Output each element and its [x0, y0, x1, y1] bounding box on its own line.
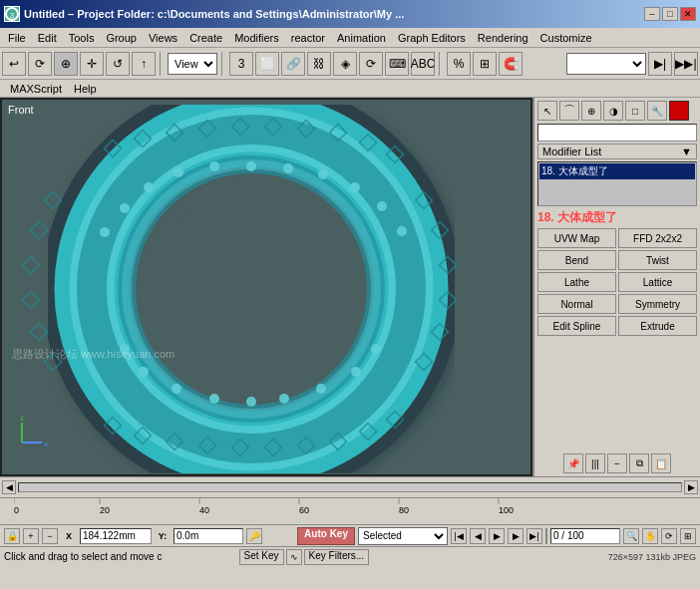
- pb-prev-frame[interactable]: ◀: [470, 528, 486, 544]
- frame-counter[interactable]: 0 / 100: [550, 528, 620, 544]
- sb-plus-icon[interactable]: +: [23, 528, 39, 544]
- timeline-track: ◀ ▶: [0, 477, 700, 497]
- object-name-input[interactable]: [537, 124, 697, 142]
- vp-maximize-icon[interactable]: ⊞: [680, 528, 696, 544]
- selection-filter-select[interactable]: Selected: [358, 527, 448, 545]
- rp-stack-icon[interactable]: |||: [585, 453, 605, 473]
- tb-key[interactable]: ⌨: [385, 52, 409, 76]
- menu-reactor[interactable]: reactor: [285, 31, 331, 45]
- lathe-button[interactable]: Lathe: [537, 272, 616, 292]
- svg-point-59: [152, 189, 351, 389]
- view-select[interactable]: View: [168, 53, 217, 75]
- menu-animation[interactable]: Animation: [331, 31, 392, 45]
- select-button[interactable]: ⊕: [54, 52, 78, 76]
- menu-help[interactable]: Help: [68, 82, 103, 96]
- selection-lock-button[interactable]: 🔒: [4, 528, 20, 544]
- bend-button[interactable]: Bend: [537, 250, 616, 270]
- menu-maxscript[interactable]: MAXScript: [4, 82, 68, 96]
- rp-motion-icon[interactable]: ◑: [603, 101, 623, 121]
- ruler-svg: [14, 498, 552, 514]
- rp-paste-icon[interactable]: 📋: [651, 453, 671, 473]
- tb-abc[interactable]: ABC: [411, 52, 435, 76]
- window-title: Untitled – Project Folder: c:\Documents …: [24, 8, 404, 20]
- rp-cursor-icon[interactable]: ↖: [537, 101, 557, 121]
- vp-arc-rotate-icon[interactable]: ⟳: [661, 528, 677, 544]
- menu-modifiers[interactable]: Modifiers: [228, 31, 285, 45]
- app-icon: 3: [4, 6, 20, 22]
- move-button[interactable]: ✛: [80, 52, 104, 76]
- set-key-button[interactable]: Set Key: [239, 549, 284, 565]
- menu-customize[interactable]: Customize: [534, 31, 598, 45]
- svg-point-45: [371, 344, 381, 354]
- menu-graph-editors[interactable]: Graph Editors: [392, 31, 472, 45]
- timeline-next-button[interactable]: ▶: [684, 480, 698, 494]
- timeline-bar[interactable]: [18, 482, 682, 492]
- menu-views[interactable]: Views: [143, 31, 183, 45]
- rotate-button[interactable]: ↺: [106, 52, 130, 76]
- tb-icon-3[interactable]: 3: [229, 52, 253, 76]
- rp-utility-icon[interactable]: 🔧: [647, 101, 667, 121]
- key-filters-button[interactable]: Key Filters...: [304, 549, 370, 565]
- modifier-buttons-row5: Edit Spline Extrude: [537, 316, 697, 336]
- titlebar: 3 Untitled – Project Folder: c:\Document…: [0, 0, 700, 28]
- tb-end[interactable]: ▶▶|: [674, 52, 698, 76]
- sb-minus-icon[interactable]: −: [42, 528, 58, 544]
- edit-spline-button[interactable]: Edit Spline: [537, 316, 616, 336]
- tb-play[interactable]: ▶|: [648, 52, 672, 76]
- rp-arc-icon[interactable]: ⌒: [559, 101, 579, 121]
- filter-select[interactable]: [566, 53, 646, 75]
- menu-tools[interactable]: Tools: [63, 31, 101, 45]
- undo-button[interactable]: ↩: [2, 52, 26, 76]
- lattice-button[interactable]: Lattice: [618, 272, 697, 292]
- menu-create[interactable]: Create: [183, 31, 228, 45]
- minimize-button[interactable]: –: [644, 7, 660, 21]
- ffd-button[interactable]: FFD 2x2x2: [618, 228, 697, 248]
- tb-mirror[interactable]: ⊞: [473, 52, 497, 76]
- axis-svg: x z: [12, 413, 52, 452]
- tb-percent[interactable]: %: [447, 52, 471, 76]
- pb-play[interactable]: ▶: [489, 528, 505, 544]
- timeline-prev-button[interactable]: ◀: [2, 480, 16, 494]
- pb-go-end[interactable]: ▶|: [526, 528, 542, 544]
- pb-go-start[interactable]: |◀: [451, 528, 467, 544]
- menu-edit[interactable]: Edit: [32, 31, 63, 45]
- axis-indicator: x z: [12, 413, 52, 454]
- rp-pin-icon[interactable]: 📌: [563, 453, 583, 473]
- normal-button[interactable]: Normal: [537, 294, 616, 314]
- menu-file[interactable]: File: [2, 31, 32, 45]
- sb-sep: [545, 528, 547, 544]
- key-icon[interactable]: 🔑: [246, 528, 262, 544]
- tb-link[interactable]: 🔗: [281, 52, 305, 76]
- tb-anim[interactable]: ⟳: [359, 52, 383, 76]
- y-coord-field[interactable]: 0.0m: [174, 528, 243, 544]
- menu-rendering[interactable]: Rendering: [472, 31, 534, 45]
- tb-bind[interactable]: ◈: [333, 52, 357, 76]
- scale-button[interactable]: ↑: [132, 52, 156, 76]
- pb-next-frame[interactable]: ▶: [508, 528, 524, 544]
- auto-key-button[interactable]: Auto Key: [297, 527, 355, 545]
- symmetry-button[interactable]: Symmetry: [618, 294, 697, 314]
- rp-color-swatch[interactable]: [669, 101, 689, 121]
- viewport[interactable]: Front 思路设计论坛 www.hiseyuan.com: [0, 98, 532, 476]
- vp-pan-icon[interactable]: ✋: [642, 528, 658, 544]
- x-coord-field[interactable]: 184.122mm: [80, 528, 152, 544]
- vp-zoom-icon[interactable]: 🔍: [623, 528, 639, 544]
- menu-group[interactable]: Group: [100, 31, 143, 45]
- maximize-button[interactable]: □: [662, 7, 678, 21]
- twist-button[interactable]: Twist: [618, 250, 697, 270]
- tb-rect-select[interactable]: ⬜: [255, 52, 279, 76]
- modifier-item-selected[interactable]: 18. 大体成型了: [539, 163, 695, 179]
- rp-hierarchy-icon[interactable]: ⊕: [581, 101, 601, 121]
- tb-snap[interactable]: 🧲: [499, 52, 523, 76]
- modifier-buttons-row1: UVW Map FFD 2x2x2: [537, 228, 697, 248]
- svg-rect-25: [45, 192, 62, 209]
- tb-unlink[interactable]: ⛓: [307, 52, 331, 76]
- extrude-button[interactable]: Extrude: [618, 316, 697, 336]
- modifier-list-dropdown[interactable]: Modifier List ▼: [537, 144, 697, 159]
- rp-display-icon[interactable]: □: [625, 101, 645, 121]
- close-button[interactable]: ✕: [680, 7, 696, 21]
- rp-copy-icon[interactable]: ⧉: [629, 453, 649, 473]
- uvw-map-button[interactable]: UVW Map: [537, 228, 616, 248]
- redo-button[interactable]: ⟳: [28, 52, 52, 76]
- rp-minus-icon[interactable]: −: [607, 453, 627, 473]
